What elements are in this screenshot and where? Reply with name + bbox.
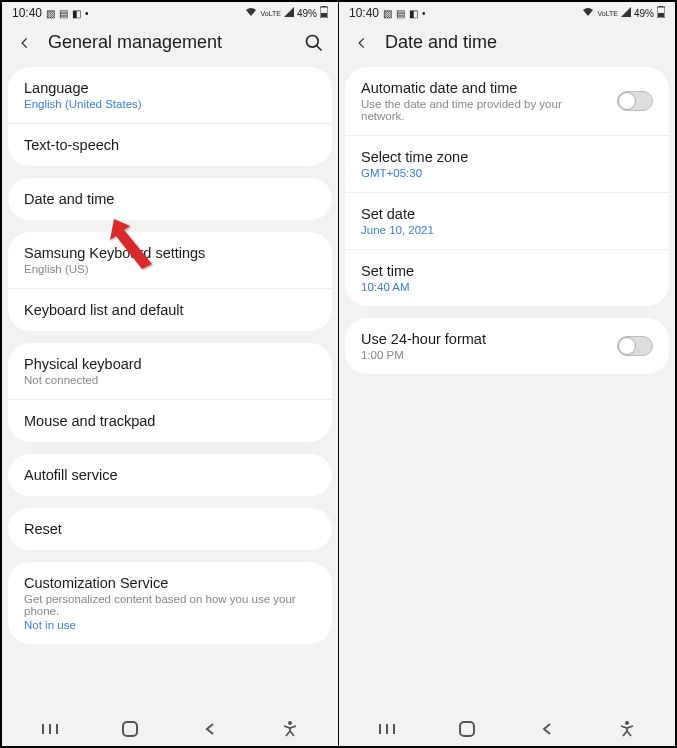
battery-saver-icon: ◧ — [72, 8, 81, 19]
search-icon[interactable] — [304, 33, 324, 53]
nav-bar — [2, 710, 338, 746]
card-language: Language English (United States) Text-to… — [8, 67, 332, 166]
battery-icon — [320, 6, 328, 20]
notif-icon: ▧ — [383, 8, 392, 19]
card-physical: Physical keyboard Not connected Mouse an… — [8, 343, 332, 442]
svg-rect-11 — [658, 13, 664, 17]
svg-rect-15 — [460, 722, 474, 736]
nav-home-icon[interactable] — [118, 720, 142, 738]
item-mouse-trackpad[interactable]: Mouse and trackpad — [8, 400, 332, 442]
signal-icon — [621, 7, 631, 19]
notif-icon: ▤ — [396, 8, 405, 19]
header: Date and time — [339, 22, 675, 67]
item-language[interactable]: Language English (United States) — [8, 67, 332, 124]
battery-icon — [657, 6, 665, 20]
item-text-to-speech[interactable]: Text-to-speech — [8, 124, 332, 166]
nav-recents-icon[interactable] — [375, 720, 399, 738]
item-autofill[interactable]: Autofill service — [8, 454, 332, 496]
item-set-time[interactable]: Set time 10:40 AM — [345, 250, 669, 306]
svg-point-8 — [288, 721, 292, 725]
battery-saver-icon: ◧ — [409, 8, 418, 19]
toggle-24-hour[interactable] — [617, 336, 653, 356]
svg-rect-1 — [322, 6, 326, 7]
item-customization[interactable]: Customization Service Get personalized c… — [8, 562, 332, 644]
card-date-time: Date and time — [8, 178, 332, 220]
nav-bar — [339, 710, 675, 746]
screen-date-and-time: 10:40 ▧ ▤ ◧ • VoLTE 49% — [339, 2, 675, 746]
wifi-icon — [582, 7, 594, 19]
battery-pct: 49% — [634, 8, 654, 19]
status-time: 10:40 — [12, 6, 42, 20]
signal-icon — [284, 7, 294, 19]
content-scroll[interactable]: Language English (United States) Text-to… — [2, 67, 338, 710]
item-date-and-time[interactable]: Date and time — [8, 178, 332, 220]
nav-accessibility-icon[interactable] — [615, 720, 639, 738]
item-physical-keyboard[interactable]: Physical keyboard Not connected — [8, 343, 332, 400]
card-customization: Customization Service Get personalized c… — [8, 562, 332, 644]
more-icon: • — [422, 8, 426, 19]
battery-pct: 49% — [297, 8, 317, 19]
notif-icon: ▤ — [59, 8, 68, 19]
card-datetime-main: Automatic date and time Use the date and… — [345, 67, 669, 306]
card-autofill: Autofill service — [8, 454, 332, 496]
header: General management — [2, 22, 338, 67]
item-24-hour-format[interactable]: Use 24-hour format 1:00 PM — [345, 318, 669, 374]
item-reset[interactable]: Reset — [8, 508, 332, 550]
nav-back-icon[interactable] — [535, 720, 559, 738]
card-keyboard: Samsung Keyboard settings English (US) K… — [8, 232, 332, 331]
lte-icon: VoLTE — [597, 10, 618, 17]
nav-home-icon[interactable] — [455, 720, 479, 738]
screen-general-management: 10:40 ▧ ▤ ◧ • VoLTE 49% — [2, 2, 339, 746]
lte-icon: VoLTE — [260, 10, 281, 17]
content-scroll[interactable]: Automatic date and time Use the date and… — [339, 67, 675, 710]
status-time: 10:40 — [349, 6, 379, 20]
nav-accessibility-icon[interactable] — [278, 720, 302, 738]
page-title: Date and time — [385, 32, 661, 53]
toggle-auto-datetime[interactable] — [617, 91, 653, 111]
svg-point-3 — [307, 35, 319, 47]
item-automatic-date-time[interactable]: Automatic date and time Use the date and… — [345, 67, 669, 136]
svg-rect-10 — [659, 6, 663, 7]
back-icon[interactable] — [16, 34, 34, 52]
item-keyboard-list[interactable]: Keyboard list and default — [8, 289, 332, 331]
svg-rect-2 — [321, 13, 327, 17]
card-24hour: Use 24-hour format 1:00 PM — [345, 318, 669, 374]
item-set-date[interactable]: Set date June 10, 2021 — [345, 193, 669, 250]
status-bar: 10:40 ▧ ▤ ◧ • VoLTE 49% — [2, 2, 338, 22]
page-title: General management — [48, 32, 290, 53]
more-icon: • — [85, 8, 89, 19]
svg-point-16 — [625, 721, 629, 725]
notif-icon: ▧ — [46, 8, 55, 19]
wifi-icon — [245, 7, 257, 19]
nav-back-icon[interactable] — [198, 720, 222, 738]
item-samsung-keyboard[interactable]: Samsung Keyboard settings English (US) — [8, 232, 332, 289]
back-icon[interactable] — [353, 34, 371, 52]
item-select-timezone[interactable]: Select time zone GMT+05:30 — [345, 136, 669, 193]
status-bar: 10:40 ▧ ▤ ◧ • VoLTE 49% — [339, 2, 675, 22]
nav-recents-icon[interactable] — [38, 720, 62, 738]
svg-rect-7 — [123, 722, 137, 736]
card-reset: Reset — [8, 508, 332, 550]
